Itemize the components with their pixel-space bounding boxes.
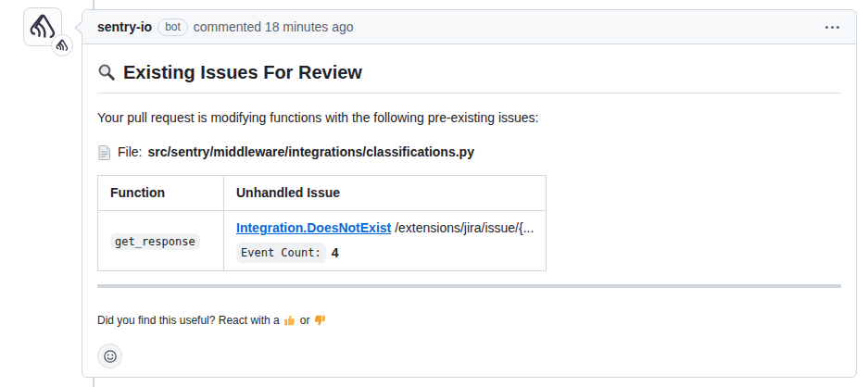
feedback-prompt: Did you find this useful? React with a o… xyxy=(97,313,841,328)
section-title-text: Existing Issues For Review xyxy=(123,59,362,85)
feedback-prompt-or: or xyxy=(300,313,310,328)
sentry-logo-icon xyxy=(29,13,57,41)
event-count-value: 4 xyxy=(332,243,339,263)
issue-context: /extensions/jira/issue/{... xyxy=(395,220,534,235)
thumbs-up-icon xyxy=(283,314,296,327)
event-count-label: Event Count: xyxy=(236,243,326,263)
file-label: File: xyxy=(118,143,142,162)
column-header-unhandled-issue: Unhandled Issue xyxy=(224,176,547,211)
issue-link[interactable]: Integration.DoesNotExist xyxy=(236,220,391,235)
comment-card: sentry-io bot commented 18 minutes ago E… xyxy=(82,9,857,378)
thumbs-down-icon xyxy=(313,314,326,327)
kebab-icon xyxy=(825,26,828,29)
author-link[interactable]: sentry-io xyxy=(97,19,152,34)
file-icon xyxy=(97,144,112,160)
file-path: src/sentry/middleware/integrations/class… xyxy=(147,143,473,162)
table-header-row: Function Unhandled Issue xyxy=(98,176,547,211)
divider xyxy=(97,284,841,288)
comment-timestamp: commented 18 minutes ago xyxy=(194,19,354,34)
kebab-menu-button[interactable] xyxy=(824,20,841,34)
intro-text: Your pull request is modifying functions… xyxy=(97,108,841,128)
column-header-function: Function xyxy=(98,176,224,211)
function-cell: get_response xyxy=(98,211,224,271)
function-name: get_response xyxy=(110,233,200,250)
avatar-bot-badge xyxy=(51,34,73,56)
smiley-icon xyxy=(103,349,118,364)
comment-header: sentry-io bot commented 18 minutes ago xyxy=(82,10,856,44)
table-row: get_response Integration.DoesNotExist /e… xyxy=(98,211,547,271)
comment-caret xyxy=(76,20,84,35)
section-title: Existing Issues For Review xyxy=(97,59,841,94)
add-reaction-button[interactable] xyxy=(97,343,122,368)
sentry-logo-icon xyxy=(56,39,69,52)
search-icon xyxy=(97,63,116,81)
pr-timeline-comment: sentry-io bot commented 18 minutes ago E… xyxy=(0,0,868,387)
bot-badge: bot xyxy=(157,19,188,36)
issues-table: Function Unhandled Issue get_response In… xyxy=(97,175,547,271)
timeline-line xyxy=(93,0,94,9)
feedback-prompt-text: Did you find this useful? React with a xyxy=(97,313,280,328)
file-line: File: src/sentry/middleware/integrations… xyxy=(97,143,841,162)
issue-cell: Integration.DoesNotExist /extensions/jir… xyxy=(224,211,547,271)
comment-body: Existing Issues For Review Your pull req… xyxy=(82,44,856,383)
